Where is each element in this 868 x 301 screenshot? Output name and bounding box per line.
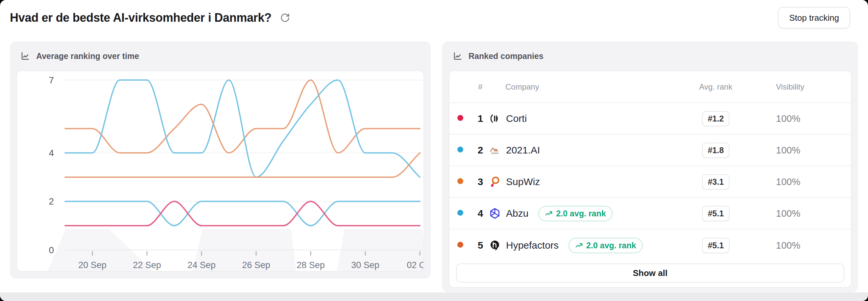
line-chart-icon [453, 51, 463, 61]
visibility-value: 100% [750, 113, 842, 124]
table-row[interactable]: 1Corti#1.2100% [450, 103, 851, 135]
series-line-hypefactors [65, 80, 420, 153]
2021ai-logo-icon [489, 144, 501, 156]
table-rows: 1Corti#1.2100%22021.AI#1.8100%3SupWiz#3.… [450, 103, 851, 261]
x-axis-label: 30 Sep [351, 260, 379, 270]
rank-number: 2 [472, 144, 489, 156]
table-row[interactable]: 22021.AI#1.8100% [450, 135, 851, 166]
series-color-dot [457, 178, 463, 184]
series-line-supwiz [65, 153, 420, 177]
y-axis-label: 7 [49, 75, 54, 85]
bottom-strip [0, 293, 868, 301]
chart-panel-header: Average ranking over time [20, 42, 139, 71]
x-axis-label: 26 Sep [242, 260, 270, 270]
company-name: Abzu [506, 208, 528, 219]
series-color-dot [457, 146, 463, 153]
table-row[interactable]: 4Abzu2.0 avg. rank#5.1100% [450, 198, 851, 229]
table-row[interactable]: 3SupWiz#3.1100% [450, 166, 851, 198]
series-line-2021-ai [65, 201, 420, 226]
ranking-chart-panel: Average ranking over time 742020 Sep22 S… [10, 42, 431, 278]
table-header: # Company Avg. rank Visibility [450, 71, 851, 103]
corti-logo-icon [489, 113, 501, 125]
app-window: Hvad er de bedste AI-virksomheder i Danm… [0, 0, 868, 301]
page-title: Hvad er de bedste AI-virksomheder i Danm… [10, 11, 272, 25]
panel-title: Ranked companies [468, 51, 544, 61]
trending-up-icon [575, 241, 583, 249]
abzu-logo-icon [489, 208, 501, 219]
refresh-icon[interactable] [280, 13, 290, 23]
table-row[interactable]: 5Hypefactors2.0 avg. rank#5.1100% [450, 229, 851, 261]
trending-up-icon [545, 210, 553, 217]
y-axis-label: 2 [49, 196, 54, 207]
column-header-company: Company [489, 82, 681, 91]
companies-table: # Company Avg. rank Visibility 1Corti#1.… [449, 71, 851, 288]
line-chart-icon [20, 51, 30, 61]
rank-change-label: 2.0 avg. rank [556, 209, 606, 218]
x-axis-label: 02 Oct [407, 260, 424, 270]
rank-number: 4 [472, 208, 489, 219]
visibility-value: 100% [750, 145, 842, 156]
avg-rank-badge: #1.8 [702, 143, 730, 158]
x-axis-label: 28 Sep [297, 260, 325, 270]
supwiz-logo-icon [489, 176, 501, 188]
ranked-companies-panel: Ranked companies # Company Avg. rank Vis… [442, 42, 858, 292]
chart-area: 742020 Sep22 Sep24 Sep26 Sep28 Sep30 Sep… [17, 71, 424, 272]
stop-tracking-button[interactable]: Stop tracking [778, 7, 850, 29]
avg-rank-badge: #5.1 [702, 206, 730, 221]
column-header-rank: # [472, 82, 489, 91]
visibility-value: 100% [750, 176, 842, 187]
company-name: Hypefactors [506, 240, 559, 251]
panel-title: Average ranking over time [36, 51, 139, 61]
rank-number: 3 [472, 176, 489, 187]
series-color-dot [457, 210, 463, 216]
avg-rank-badge: #5.1 [702, 238, 730, 253]
column-header-visibility: Visibility [750, 82, 842, 91]
x-axis-label: 24 Sep [187, 260, 216, 270]
column-header-avg-rank: Avg. rank [681, 82, 750, 91]
ranking-line-chart: 742020 Sep22 Sep24 Sep26 Sep28 Sep30 Sep… [17, 71, 424, 272]
x-axis-label: 22 Sep [133, 260, 161, 270]
rank-change-label: 2.0 avg. rank [586, 241, 636, 250]
visibility-value: 100% [750, 208, 842, 219]
table-panel-header: Ranked companies [453, 42, 544, 71]
company-name: Corti [506, 113, 527, 124]
y-axis-label: 4 [49, 148, 54, 158]
company-name: 2021.AI [506, 144, 540, 156]
rank-change-badge: 2.0 avg. rank [568, 238, 643, 253]
avg-rank-badge: #1.2 [702, 111, 730, 127]
rank-change-badge: 2.0 avg. rank [538, 206, 612, 221]
hypefactors-logo-icon [489, 240, 501, 251]
visibility-value: 100% [750, 240, 842, 251]
series-line-corti [65, 201, 420, 226]
series-color-dot [457, 242, 463, 248]
x-axis-label: 20 Sep [78, 260, 106, 270]
rank-number: 1 [472, 113, 489, 124]
y-axis-label: 0 [49, 245, 54, 255]
show-all-button[interactable]: Show all [456, 264, 844, 282]
avg-rank-badge: #3.1 [702, 174, 730, 190]
rank-number: 5 [472, 240, 489, 251]
company-name: SupWiz [506, 176, 540, 187]
series-color-dot [457, 115, 463, 121]
page-header: Hvad er de bedste AI-virksomheder i Danm… [0, 0, 868, 35]
